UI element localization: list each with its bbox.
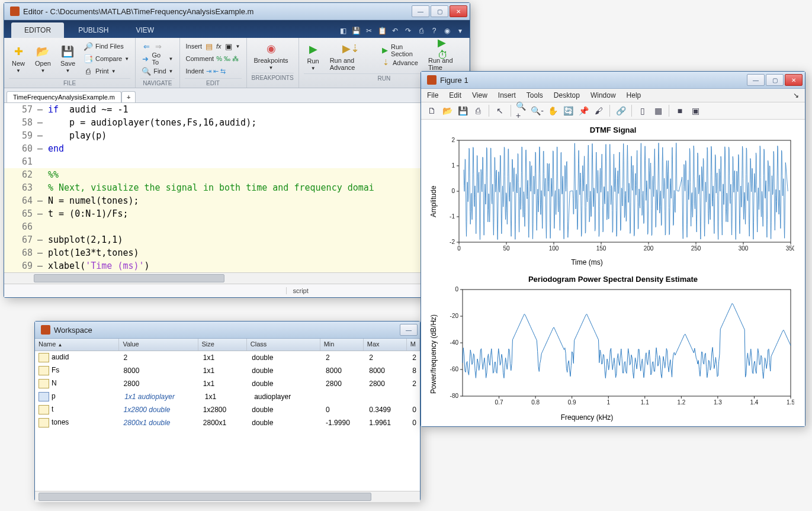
find-files-button[interactable]: 🔎Find Files <box>82 40 130 52</box>
new-fig-icon[interactable]: 🗋 <box>426 105 438 117</box>
menu-tools[interactable]: Tools <box>527 91 543 99</box>
save-fig-icon[interactable]: 💾 <box>457 105 468 117</box>
menu-help[interactable]: Help <box>627 91 641 99</box>
svg-text:0: 0 <box>451 188 455 194</box>
table-row[interactable]: Fs80001x1double800080008 <box>35 364 420 377</box>
chart1-axes[interactable]: 050100150200250300350-2-1012 <box>439 137 794 255</box>
ws-h-scrollbar[interactable] <box>35 491 420 502</box>
table-row[interactable]: N28001x1double280028002 <box>35 377 420 390</box>
svg-text:-40: -40 <box>450 339 459 346</box>
goto-button[interactable]: ➜Go To▼ <box>140 53 174 65</box>
pan-icon[interactable]: ✋ <box>547 105 559 117</box>
run-section-button[interactable]: ▶Run Section <box>380 44 421 56</box>
svg-text:0: 0 <box>457 245 461 252</box>
menu-edit[interactable]: Edit <box>449 91 461 99</box>
svg-text:100: 100 <box>549 245 559 252</box>
svg-text:300: 300 <box>739 245 749 252</box>
maximize-button[interactable]: ▢ <box>431 5 448 17</box>
datatip-icon[interactable]: 📌 <box>577 105 589 117</box>
table-row[interactable]: p1x1 audioplayer1x1audioplayer <box>35 390 420 403</box>
new-button[interactable]: ✚New▼ <box>9 43 28 75</box>
file-tab-add[interactable]: + <box>121 91 136 102</box>
comment-button[interactable]: Comment % ‰ ⁂ <box>185 53 242 65</box>
fig-close-button[interactable]: ✕ <box>785 74 803 86</box>
find-button[interactable]: 🔍Find▼ <box>140 65 174 77</box>
brush-icon[interactable]: 🖌 <box>593 105 605 117</box>
minimize-button[interactable]: — <box>412 5 429 17</box>
svg-text:1.2: 1.2 <box>677 399 685 406</box>
workspace-app-icon <box>41 325 50 335</box>
zoom-in-icon[interactable]: 🔍+ <box>516 105 528 117</box>
qa-print-icon[interactable]: ⎙ <box>416 26 426 36</box>
legend-icon[interactable]: ▦ <box>652 105 664 117</box>
run-advance-button[interactable]: ▶⇣Run and Advance <box>328 40 375 72</box>
qa-redo-icon[interactable]: ↷ <box>403 26 413 36</box>
qa-cut-icon[interactable]: ✂ <box>364 26 374 36</box>
qa-icon[interactable]: ◧ <box>338 26 348 36</box>
sort-icon: ▲ <box>57 342 62 348</box>
colorbar-icon[interactable]: ▯ <box>637 105 649 117</box>
svg-text:-60: -60 <box>450 366 459 372</box>
close-button[interactable]: ✕ <box>450 5 467 17</box>
print-fig-icon[interactable]: ⎙ <box>472 105 484 117</box>
zoom-out-icon[interactable]: 🔍- <box>531 105 543 117</box>
workspace-titlebar[interactable]: Workspace — <box>35 322 420 339</box>
chart2-axes[interactable]: 0.70.80.911.11.21.31.41.5-80-60-40-200 <box>439 286 794 410</box>
indent-button[interactable]: Indent ⇥ ⇤ ⇆ <box>185 65 242 77</box>
figure-window: Figure 1 — ▢ ✕ File Edit View Insert Too… <box>421 71 805 427</box>
workspace-body[interactable]: audid21x1double222Fs80001x1double8000800… <box>35 351 420 491</box>
tab-publish[interactable]: PUBLISH <box>65 23 121 38</box>
run-button[interactable]: ▶Run▼ <box>304 41 323 72</box>
print-button[interactable]: ⎙Print▼ <box>82 65 130 77</box>
h-scrollbar[interactable] <box>4 272 470 284</box>
chart1-ylabel: Amplitude <box>428 137 439 266</box>
menu-insert[interactable]: Insert <box>498 91 516 99</box>
hide-icon[interactable]: ■ <box>674 105 686 117</box>
fig-maximize-button[interactable]: ▢ <box>766 74 784 86</box>
menu-window[interactable]: Window <box>590 91 616 99</box>
pointer-icon[interactable]: ↖ <box>494 105 506 117</box>
open-button[interactable]: 📂Open▼ <box>33 43 53 75</box>
breakpoints-button[interactable]: ◉Breakpoints▼ <box>252 40 291 72</box>
table-row[interactable]: t1x2800 double1x2800double00.34990 <box>35 403 420 416</box>
svg-text:250: 250 <box>691 245 701 252</box>
compare-button[interactable]: 📑Compare▼ <box>82 53 130 65</box>
open-fig-icon[interactable]: 📂 <box>441 105 453 117</box>
menu-view[interactable]: View <box>472 91 487 99</box>
run-time-button[interactable]: ▶⏱Run and Time <box>426 40 464 72</box>
insert-button[interactable]: Insert ▤ fx ▣▼ <box>185 40 242 52</box>
code-editor[interactable]: 57—if audid ~= -158— p = audioplayer(ton… <box>4 103 470 272</box>
advance-button[interactable]: ⇣Advance <box>380 57 421 69</box>
svg-text:1.5: 1.5 <box>787 399 794 406</box>
nav-back-button[interactable]: ⇐⇒ <box>140 40 174 52</box>
ribbon: ✚New▼ 📂Open▼ 💾Save▼ 🔎Find Files 📑Compare… <box>4 38 470 88</box>
qa-save-icon[interactable]: 💾 <box>351 26 361 36</box>
qa-dropdown-icon[interactable]: ◉ <box>442 26 452 36</box>
ws-minimize-button[interactable]: — <box>400 324 418 336</box>
qa-chevron-icon[interactable]: ▾ <box>455 26 465 36</box>
save-button[interactable]: 💾Save▼ <box>58 43 78 75</box>
qa-help-icon[interactable]: ? <box>429 26 439 36</box>
table-row[interactable]: tones2800x1 double2800x1double-1.99901.9… <box>35 416 420 429</box>
qa-undo-icon[interactable]: ↶ <box>390 26 400 36</box>
link-icon[interactable]: 🔗 <box>615 105 627 117</box>
figure-titlebar[interactable]: Figure 1 — ▢ ✕ <box>421 72 805 89</box>
file-tab-bar: TimeFrequencyAnalysisExample.m + <box>4 88 470 103</box>
tab-view[interactable]: VIEW <box>123 23 167 38</box>
chart2-ylabel: Power/frequency (dB/Hz) <box>428 286 439 422</box>
rotate-icon[interactable]: 🔄 <box>562 105 574 117</box>
svg-text:1.1: 1.1 <box>641 399 649 406</box>
file-tab[interactable]: TimeFrequencyAnalysisExample.m <box>7 91 121 102</box>
table-row[interactable]: audid21x1double222 <box>35 351 420 364</box>
menu-file[interactable]: File <box>427 91 438 99</box>
menu-dock-icon[interactable]: ↘ <box>793 91 799 99</box>
qa-copy-icon[interactable]: 📋 <box>377 26 387 36</box>
menu-desktop[interactable]: Desktop <box>554 91 580 99</box>
workspace-header[interactable]: Name ▲ Value Size Class Min Max M <box>35 339 420 351</box>
fig-minimize-button[interactable]: — <box>747 74 765 86</box>
svg-rect-27 <box>463 290 791 396</box>
show-icon[interactable]: ▣ <box>689 105 701 117</box>
group-file-label: FILE <box>9 78 130 86</box>
editor-titlebar[interactable]: Editor - C:\Documents\MATLAB\TimeFrequen… <box>4 3 470 20</box>
tab-editor[interactable]: EDITOR <box>11 23 64 38</box>
